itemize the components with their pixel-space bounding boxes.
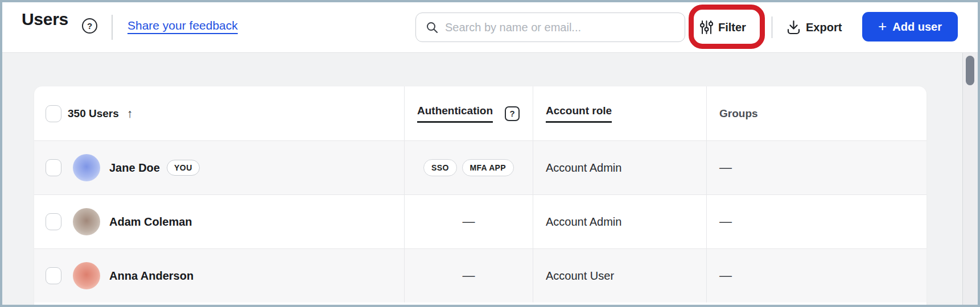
search-box[interactable] bbox=[415, 13, 685, 42]
column-header-authentication[interactable]: Authentication bbox=[417, 105, 493, 123]
account-role-value: Account Admin bbox=[546, 215, 621, 229]
header-divider bbox=[112, 15, 113, 40]
header-bar: Users ? Share your feedback Filter bbox=[2, 2, 978, 53]
avatar bbox=[73, 208, 100, 235]
scrollbar-thumb[interactable] bbox=[966, 56, 974, 85]
authentication-empty-value: — bbox=[463, 214, 475, 229]
select-all-checkbox[interactable] bbox=[46, 105, 61, 122]
add-user-label: Add user bbox=[892, 20, 942, 34]
user-name: Jane Doe bbox=[109, 161, 160, 175]
search-input[interactable] bbox=[445, 21, 667, 34]
table-header-row: 350 Users ↑ Authentication ? Account rol… bbox=[34, 86, 927, 140]
page-title: Users bbox=[22, 10, 68, 29]
table-row[interactable]: Anna Anderson — Account User — bbox=[34, 248, 927, 302]
groups-empty-value: — bbox=[719, 160, 732, 175]
user-name: Adam Coleman bbox=[109, 215, 192, 229]
sso-badge: SSO bbox=[423, 159, 456, 176]
user-name: Anna Anderson bbox=[109, 269, 193, 283]
mfa-app-badge: MFA APP bbox=[462, 159, 514, 176]
row-checkbox[interactable] bbox=[46, 159, 61, 176]
avatar bbox=[73, 262, 100, 289]
users-table: 350 Users ↑ Authentication ? Account rol… bbox=[34, 86, 927, 305]
help-icon[interactable]: ? bbox=[82, 18, 97, 34]
feedback-link[interactable]: Share your feedback bbox=[127, 19, 238, 32]
groups-empty-value: — bbox=[719, 268, 732, 283]
authentication-help-icon[interactable]: ? bbox=[505, 106, 520, 121]
table-row[interactable]: Jane Doe YOU SSO MFA APP Account Admin — bbox=[34, 140, 927, 194]
users-count-header[interactable]: 350 Users bbox=[68, 107, 119, 120]
row-checkbox[interactable] bbox=[46, 213, 61, 230]
sort-ascending-icon[interactable]: ↑ bbox=[127, 107, 133, 121]
scrollbar-track[interactable] bbox=[962, 53, 978, 305]
column-header-groups: Groups bbox=[719, 107, 758, 120]
filter-button[interactable]: Filter bbox=[700, 15, 746, 40]
filter-sliders-icon bbox=[700, 20, 713, 35]
export-button[interactable]: Export bbox=[787, 15, 842, 40]
toolbar-divider bbox=[771, 16, 773, 38]
column-header-account-role[interactable]: Account role bbox=[546, 105, 612, 123]
add-user-button[interactable]: + Add user bbox=[862, 12, 958, 42]
users-page: Users ? Share your feedback Filter bbox=[0, 0, 980, 307]
search-icon bbox=[425, 20, 439, 34]
plus-icon: + bbox=[878, 19, 887, 34]
download-icon bbox=[787, 20, 801, 35]
groups-empty-value: — bbox=[719, 214, 732, 229]
authentication-empty-value: — bbox=[463, 268, 475, 283]
account-role-value: Account Admin bbox=[546, 161, 621, 175]
row-checkbox[interactable] bbox=[46, 267, 61, 284]
avatar bbox=[73, 154, 100, 181]
you-badge: YOU bbox=[167, 160, 200, 176]
filter-button-label: Filter bbox=[718, 21, 746, 34]
table-row[interactable]: Adam Coleman — Account Admin — bbox=[34, 194, 927, 248]
export-button-label: Export bbox=[806, 21, 842, 34]
account-role-value: Account User bbox=[546, 269, 614, 283]
